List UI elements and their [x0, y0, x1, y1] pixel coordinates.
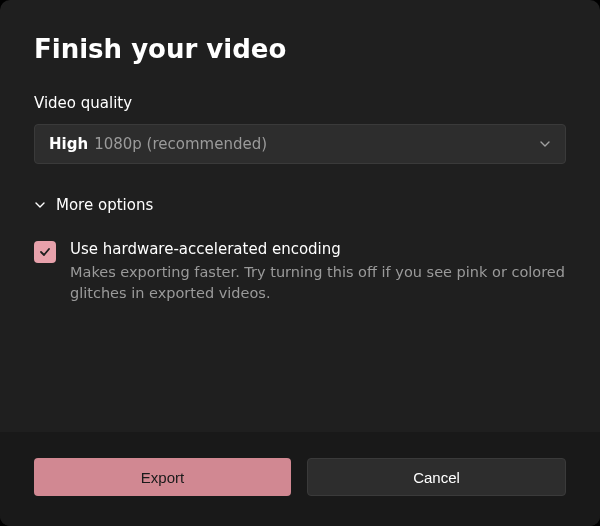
dialog-content: Finish your video Video quality High 108…	[0, 0, 600, 432]
chevron-down-icon	[34, 199, 46, 211]
more-options-label: More options	[56, 196, 153, 214]
finish-video-dialog: Finish your video Video quality High 108…	[0, 0, 600, 526]
cancel-button[interactable]: Cancel	[307, 458, 566, 496]
more-options-expander[interactable]: More options	[34, 196, 566, 214]
dialog-title: Finish your video	[34, 34, 566, 64]
export-button[interactable]: Export	[34, 458, 291, 496]
hw-encoding-desc: Makes exporting faster. Try turning this…	[70, 262, 566, 304]
video-quality-rest: 1080p (recommended)	[94, 135, 267, 153]
hw-encoding-checkbox[interactable]	[34, 241, 56, 263]
hw-encoding-title: Use hardware-accelerated encoding	[70, 240, 566, 258]
dialog-footer: Export Cancel	[0, 432, 600, 526]
hw-encoding-option: Use hardware-accelerated encoding Makes …	[34, 240, 566, 304]
check-icon	[38, 245, 52, 259]
video-quality-label: Video quality	[34, 94, 566, 112]
chevron-down-icon	[539, 138, 551, 150]
video-quality-dropdown[interactable]: High 1080p (recommended)	[34, 124, 566, 164]
hw-encoding-text: Use hardware-accelerated encoding Makes …	[70, 240, 566, 304]
video-quality-high: High	[49, 135, 88, 153]
